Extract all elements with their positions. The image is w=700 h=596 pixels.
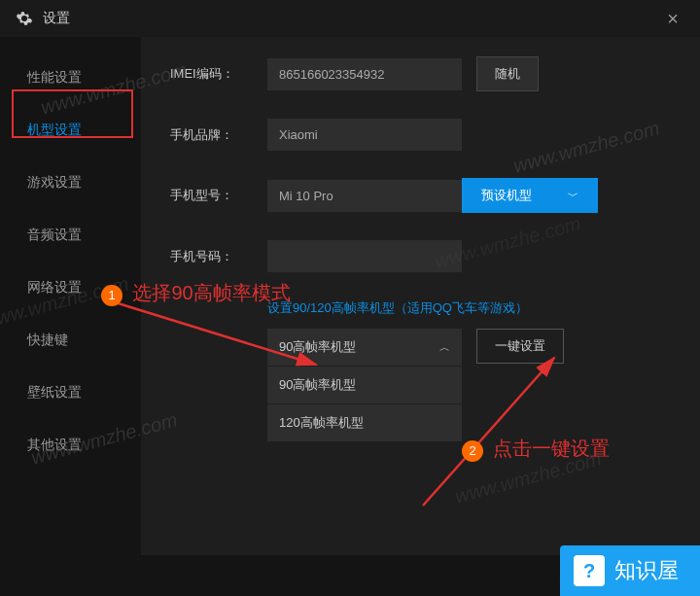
sidebar-item-audio[interactable]: 音频设置: [0, 209, 141, 262]
sidebar-item-performance[interactable]: 性能设置: [0, 52, 141, 104]
brand-logo: ? 知识屋: [560, 545, 700, 596]
model-label: 手机型号：: [170, 187, 267, 204]
sidebar-item-other[interactable]: 其他设置: [0, 419, 141, 472]
brand-name: 知识屋: [614, 556, 679, 585]
sidebar: 性能设置 机型设置 游戏设置 音频设置 网络设置 快捷键 壁纸设置 其他设置: [0, 37, 141, 555]
phone-number-input[interactable]: [267, 240, 462, 272]
titlebar: 设置 ×: [0, 0, 700, 37]
dropdown-menu: 90高帧率机型 120高帧率机型: [267, 366, 462, 441]
brand-logo-icon: ?: [574, 555, 605, 586]
imei-input[interactable]: [267, 58, 462, 90]
framerate-dropdown[interactable]: 90高帧率机型 ︿: [267, 329, 462, 366]
chevron-down-icon: ﹀: [568, 189, 578, 203]
content-area: IMEI编码： 随机 手机品牌： 手机型号： 预设机型 ﹀ 手机号码： 设置: [141, 37, 700, 555]
sidebar-item-game[interactable]: 游戏设置: [0, 157, 141, 209]
model-input[interactable]: [267, 180, 462, 212]
framerate-section-title: 设置90/120高帧率机型（适用QQ飞车等游戏）: [267, 299, 671, 317]
phone-number-label: 手机号码：: [170, 248, 267, 265]
close-button[interactable]: ×: [661, 8, 684, 30]
oneclick-setup-button[interactable]: 一键设置: [476, 329, 564, 364]
chevron-up-icon: ︿: [439, 340, 450, 355]
sidebar-item-wallpaper[interactable]: 壁纸设置: [0, 367, 141, 419]
dropdown-selected-label: 90高帧率机型: [279, 338, 356, 356]
sidebar-item-shortcuts[interactable]: 快捷键: [0, 314, 141, 367]
window-title: 设置: [43, 10, 70, 27]
sidebar-item-network[interactable]: 网络设置: [0, 262, 141, 314]
gear-icon: [16, 10, 33, 27]
brand-input[interactable]: [267, 119, 462, 151]
imei-label: IMEI编码：: [170, 65, 267, 83]
sidebar-item-model[interactable]: 机型设置: [0, 104, 141, 157]
preset-model-label: 预设机型: [481, 187, 532, 204]
dropdown-option-120[interactable]: 120高帧率机型: [267, 403, 462, 441]
random-button[interactable]: 随机: [476, 56, 539, 91]
brand-label: 手机品牌：: [170, 126, 267, 144]
dropdown-option-90[interactable]: 90高帧率机型: [267, 366, 462, 403]
preset-model-button[interactable]: 预设机型 ﹀: [462, 178, 598, 213]
